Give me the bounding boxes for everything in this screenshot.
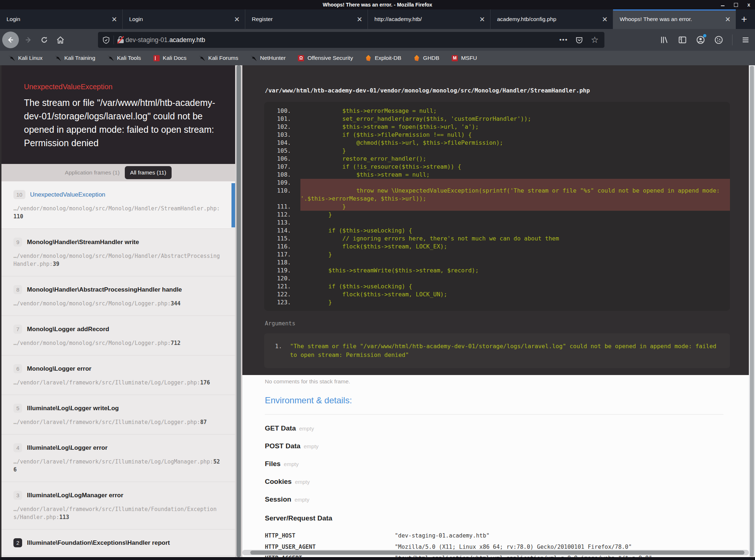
bookmark-item[interactable]: M MSFU (452, 55, 477, 61)
stack-frame[interactable]: 4 Illuminate\Log\Logger error …/vendor/l… (1, 435, 235, 482)
home-button[interactable] (54, 33, 67, 46)
container-cookie-icon[interactable] (714, 35, 723, 45)
code-line-source: flock($this->stream, LOCK_UN); (300, 291, 730, 298)
insecure-lock-icon[interactable] (118, 36, 124, 44)
environment-row: GET Data empty (265, 424, 723, 432)
stack-frame[interactable]: 9 Monolog\Handler\StreamHandler write …/… (1, 229, 235, 276)
frame-title: Illuminate\Foundation\Exceptions\Handler… (27, 539, 170, 547)
close-window-icon[interactable]: x (746, 2, 751, 7)
window-titlebar: Whoops! There was an error. - Mozilla Fi… (0, 0, 755, 9)
application-frames-button[interactable]: Application frames (1) (65, 169, 120, 176)
maximize-icon[interactable] (733, 2, 738, 7)
code-line: 112. } (264, 211, 730, 219)
tab-close-icon[interactable]: ✕ (602, 16, 608, 23)
frame-number-badge: 8 (13, 285, 22, 294)
bookmark-item[interactable]: Kali Docs (153, 55, 186, 61)
kali-dragon-icon (55, 55, 61, 61)
frame-title: Illuminate\Log\Logger error (27, 444, 107, 452)
back-icon (6, 36, 15, 44)
bookmark-item[interactable]: Kali Forums (199, 55, 238, 61)
vertical-scrollbar-thumb[interactable] (750, 66, 754, 556)
stack-frame[interactable]: 5 Illuminate\Log\Logger writeLog …/vendo… (1, 395, 235, 435)
code-line-source: if (!is_resource($this->stream)) { (300, 163, 730, 171)
browser-tab[interactable]: Whoops! There was an error. ✕ (613, 9, 736, 29)
stack-frame[interactable]: 7 Monolog\Logger addRecord …/vendor/mono… (1, 316, 235, 355)
bookmark-item[interactable]: GHDB (414, 55, 439, 61)
url-text[interactable]: dev-staging-01.academy.htb (126, 36, 559, 44)
environment-section: Environment & details: GET Data empty PO… (242, 375, 749, 557)
stack-frame[interactable]: 3 Illuminate\Log\LogManager error …/vend… (1, 482, 235, 530)
code-line-source: } (300, 298, 730, 306)
account-button[interactable] (696, 35, 705, 45)
exception-header: UnexpectedValueException The stream or f… (1, 65, 235, 164)
bookmark-item[interactable]: Kali Tools (108, 55, 141, 61)
sidebar-scrollbar[interactable] (235, 65, 242, 557)
horizontal-scrollbar[interactable] (242, 550, 749, 555)
environment-row: Files empty (265, 460, 723, 468)
vertical-scrollbar[interactable] (749, 65, 755, 557)
tab-title: Whoops! There was an error. (620, 16, 721, 22)
tab-close-icon[interactable]: ✕ (357, 16, 362, 23)
bookmark-item[interactable]: Kali Training (55, 55, 95, 61)
sidebar-scrollbar-thumb[interactable] (237, 65, 241, 557)
minimize-icon[interactable] (720, 2, 725, 7)
browser-tab[interactable]: academy.htb/config.php ✕ (491, 9, 613, 29)
bookmark-item[interactable]: Kali Linux (9, 55, 42, 61)
new-tab-button[interactable]: + (736, 9, 752, 29)
tab-close-icon[interactable]: ✕ (479, 16, 485, 23)
stack-frame[interactable]: 2 Illuminate\Foundation\Exceptions\Handl… (1, 530, 235, 556)
code-line-source: set_error_handler(array($this, 'customEr… (300, 115, 730, 123)
all-frames-button[interactable]: All frames (11) (125, 166, 172, 179)
horizontal-scrollbar-thumb[interactable] (250, 551, 744, 555)
environment-row: POST Data empty (265, 442, 723, 450)
code-line-number: 100. (264, 107, 300, 115)
menu-icon[interactable] (741, 36, 750, 44)
code-line: 102. $this->stream = fopen($this->url, '… (264, 123, 730, 131)
code-line-number: 107. (264, 163, 300, 171)
code-line-source: if ($this->filePermission !== null) { (300, 131, 730, 139)
browser-tab[interactable]: Login ✕ (123, 9, 245, 29)
code-line-number: 101. (264, 115, 300, 123)
forward-icon (24, 36, 33, 44)
stack-frame[interactable]: 6 Monolog\Logger error …/vendor/laravel/… (1, 355, 235, 395)
environment-row-label: Cookies (265, 478, 292, 486)
url-bar[interactable]: dev-staging-01.academy.htb ••• ☆ (98, 32, 604, 48)
stack-frame[interactable]: 10 UnexpectedValueException …/vendor/mon… (1, 181, 235, 229)
bookmarks-bar: Kali Linux Kali Training Kali Tools Kali… (0, 51, 755, 65)
browser-tab[interactable]: http://academy.htb/ ✕ (368, 9, 491, 29)
forward-button[interactable] (22, 33, 35, 46)
reload-button[interactable] (38, 33, 51, 46)
stack-frame[interactable]: 8 Monolog\Handler\AbstractProcessingHand… (1, 276, 235, 316)
tab-title: http://academy.htb/ (374, 16, 476, 22)
environment-row-label: POST Data (265, 442, 300, 450)
code-line-number: 104. (264, 139, 300, 147)
toolbar-right (660, 32, 750, 48)
bookmark-item[interactable]: NetHunter (251, 55, 286, 61)
library-icon[interactable] (660, 35, 669, 45)
server-data-key: HTTP_HOST (265, 530, 395, 542)
tab-close-icon[interactable]: ✕ (111, 16, 117, 23)
pocket-icon[interactable] (575, 36, 583, 44)
bookmark-item[interactable]: Ω Offensive Security (298, 55, 353, 61)
kali-dragon-icon (108, 55, 114, 61)
bookmark-star-icon[interactable]: ☆ (591, 36, 599, 44)
tracking-protection-shield-icon[interactable] (102, 36, 110, 44)
frame-title: Monolog\Handler\AbstractProcessingHandle… (27, 286, 182, 293)
tab-close-icon[interactable]: ✕ (725, 16, 731, 23)
back-button[interactable] (2, 32, 19, 48)
tab-close-icon[interactable]: ✕ (234, 16, 240, 23)
code-line-source (300, 259, 730, 267)
frame-number-badge: 6 (13, 364, 22, 373)
frames-filter-bar: Application frames (1) All frames (11) (1, 164, 235, 181)
page-actions-icon[interactable]: ••• (559, 36, 568, 44)
bookmark-item[interactable]: Exploit-DB (365, 55, 401, 61)
code-line-source: restore_error_handler(); (300, 155, 730, 163)
browser-tab[interactable]: Register ✕ (245, 9, 368, 29)
frame-path: …/vendor/laravel/framework/src/Illuminat… (13, 379, 221, 387)
code-line: 109. (264, 179, 730, 187)
environment-row-value: empty (304, 443, 319, 449)
frame-path: …/vendor/laravel/framework/src/Illuminat… (13, 505, 221, 521)
toolbar-separator (732, 34, 733, 45)
browser-tab[interactable]: Login ✕ (0, 9, 123, 29)
sidebar-toggle-icon[interactable] (678, 35, 687, 45)
